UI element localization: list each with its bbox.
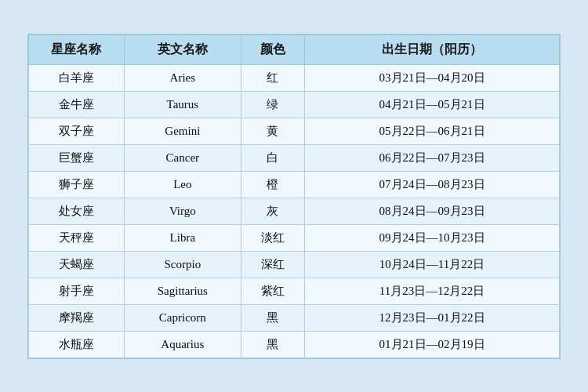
cell-chinese: 水瓶座 — [29, 331, 125, 358]
cell-english: Capricorn — [124, 304, 241, 331]
cell-chinese: 狮子座 — [29, 171, 125, 198]
cell-color: 红 — [241, 64, 304, 91]
cell-color: 淡红 — [241, 224, 304, 251]
cell-date: 09月24日—10月23日 — [305, 224, 560, 251]
cell-date: 04月21日—05月21日 — [305, 91, 560, 118]
cell-chinese: 白羊座 — [29, 64, 125, 91]
table-body: 白羊座Aries红03月21日—04月20日金牛座Taurus绿04月21日—0… — [29, 64, 560, 358]
header-date: 出生日期（阳历） — [305, 34, 560, 64]
cell-english: Gemini — [124, 118, 241, 144]
cell-color: 黄 — [241, 118, 304, 144]
cell-chinese: 摩羯座 — [29, 304, 125, 331]
header-chinese: 星座名称 — [29, 34, 125, 64]
table-row: 巨蟹座Cancer白06月22日—07月23日 — [29, 144, 560, 171]
cell-date: 12月23日—01月22日 — [305, 304, 560, 331]
cell-date: 11月23日—12月22日 — [305, 278, 560, 304]
zodiac-table-container: 星座名称 英文名称 颜色 出生日期（阳历） 白羊座Aries红03月21日—04… — [27, 34, 561, 359]
table-header-row: 星座名称 英文名称 颜色 出生日期（阳历） — [29, 34, 560, 64]
zodiac-table: 星座名称 英文名称 颜色 出生日期（阳历） 白羊座Aries红03月21日—04… — [28, 34, 560, 358]
cell-color: 黑 — [241, 304, 304, 331]
cell-date: 06月22日—07月23日 — [305, 144, 560, 171]
table-row: 天蝎座Scorpio深红10月24日—11月22日 — [29, 251, 560, 278]
cell-date: 05月22日—06月21日 — [305, 118, 560, 144]
cell-english: Libra — [124, 224, 241, 251]
cell-chinese: 双子座 — [29, 118, 125, 144]
table-row: 水瓶座Aquarius黑01月21日—02月19日 — [29, 331, 560, 358]
cell-date: 08月24日—09月23日 — [305, 198, 560, 224]
table-row: 射手座Sagittarius紫红11月23日—12月22日 — [29, 278, 560, 304]
cell-color: 深红 — [241, 251, 304, 278]
table-row: 金牛座Taurus绿04月21日—05月21日 — [29, 91, 560, 118]
cell-chinese: 天蝎座 — [29, 251, 125, 278]
table-row: 摩羯座Capricorn黑12月23日—01月22日 — [29, 304, 560, 331]
cell-date: 03月21日—04月20日 — [305, 64, 560, 91]
cell-chinese: 射手座 — [29, 278, 125, 304]
cell-chinese: 巨蟹座 — [29, 144, 125, 171]
cell-date: 10月24日—11月22日 — [305, 251, 560, 278]
cell-chinese: 天秤座 — [29, 224, 125, 251]
header-color: 颜色 — [241, 34, 304, 64]
cell-english: Aries — [124, 64, 241, 91]
cell-chinese: 金牛座 — [29, 91, 125, 118]
cell-english: Leo — [124, 171, 241, 198]
cell-english: Taurus — [124, 91, 241, 118]
cell-english: Virgo — [124, 198, 241, 224]
cell-color: 黑 — [241, 331, 304, 358]
cell-date: 01月21日—02月19日 — [305, 331, 560, 358]
cell-chinese: 处女座 — [29, 198, 125, 224]
cell-english: Aquarius — [124, 331, 241, 358]
cell-english: Sagittarius — [124, 278, 241, 304]
table-row: 天秤座Libra淡红09月24日—10月23日 — [29, 224, 560, 251]
table-row: 狮子座Leo橙07月24日—08月23日 — [29, 171, 560, 198]
cell-color: 橙 — [241, 171, 304, 198]
cell-english: Cancer — [124, 144, 241, 171]
cell-color: 灰 — [241, 198, 304, 224]
cell-color: 绿 — [241, 91, 304, 118]
header-english: 英文名称 — [124, 34, 241, 64]
cell-color: 白 — [241, 144, 304, 171]
cell-date: 07月24日—08月23日 — [305, 171, 560, 198]
table-row: 处女座Virgo灰08月24日—09月23日 — [29, 198, 560, 224]
cell-english: Scorpio — [124, 251, 241, 278]
cell-color: 紫红 — [241, 278, 304, 304]
table-row: 白羊座Aries红03月21日—04月20日 — [29, 64, 560, 91]
table-row: 双子座Gemini黄05月22日—06月21日 — [29, 118, 560, 144]
